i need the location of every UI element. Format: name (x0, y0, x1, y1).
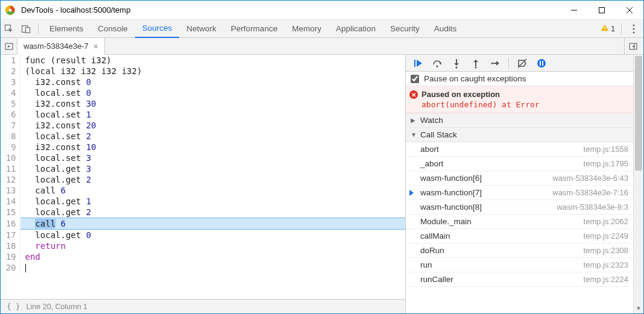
line-number[interactable]: 12 (1, 174, 20, 185)
stack-frame-fn: wasm-function[7] (420, 188, 482, 197)
stack-frame-fn: run (420, 260, 432, 269)
stack-frame-loc: temp.js:1558 (584, 145, 628, 154)
stack-frame[interactable]: wasm-function[7]wasm-53834e3e-7:16 (406, 186, 633, 200)
panel-tab-sources[interactable]: Sources (135, 20, 180, 38)
panel-tab-network[interactable]: Network (179, 20, 224, 38)
line-number[interactable]: 7 (1, 120, 20, 131)
code-line[interactable]: local.set 1 (20, 109, 405, 120)
line-number[interactable]: 17 (1, 230, 20, 241)
line-number[interactable]: 4 (1, 87, 20, 98)
pause-on-caught-checkbox[interactable] (411, 75, 419, 83)
code-line[interactable]: i32.const 30 (20, 98, 405, 109)
line-number[interactable]: 16 (1, 218, 20, 230)
code-line[interactable]: call 6 (20, 218, 405, 230)
code-line[interactable] (20, 262, 405, 273)
step-button[interactable] (487, 56, 504, 71)
close-tab-icon[interactable]: × (93, 42, 98, 51)
show-navigator-button[interactable] (1, 38, 17, 55)
debugger-pane: Pause on caught exceptions ✕ Paused on e… (406, 55, 643, 313)
svg-point-27 (491, 62, 493, 64)
warning-count-badge[interactable]: 1 (601, 24, 615, 34)
panel-tab-audits[interactable]: Audits (427, 20, 464, 38)
line-number[interactable]: 6 (1, 109, 20, 120)
stack-frame[interactable]: callMaintemp.js:2249 (406, 229, 633, 243)
step-out-button[interactable] (467, 56, 484, 71)
line-number[interactable]: 18 (1, 240, 20, 251)
svg-marker-29 (496, 61, 499, 66)
line-number[interactable]: 14 (1, 196, 20, 207)
scroll-down-icon[interactable]: ▼ (634, 303, 643, 313)
line-number[interactable]: 1 (1, 55, 20, 66)
stack-frame-fn: wasm-function[8] (420, 203, 482, 212)
code-line[interactable]: i32.const 10 (20, 142, 405, 152)
pretty-print-icon[interactable]: { } (7, 302, 21, 311)
exception-message: abort(undefined) at Error (421, 100, 628, 109)
code-line[interactable]: func (result i32) (20, 55, 405, 66)
stack-frame[interactable]: _aborttemp.js:1795 (406, 157, 633, 171)
code-line[interactable]: local.set 3 (20, 152, 405, 163)
panel-tab-performance[interactable]: Performance (224, 20, 285, 38)
code-line[interactable]: call 6 (20, 185, 405, 196)
code-line[interactable]: local.get 2 (20, 174, 405, 185)
panel-tab-application[interactable]: Application (329, 20, 383, 38)
stack-frame[interactable]: wasm-function[8]wasm-53834e3e-8:3 (406, 200, 633, 215)
panel-tab-security[interactable]: Security (383, 20, 427, 38)
stack-frame[interactable]: runtemp.js:2323 (406, 258, 633, 272)
pause-on-caught-row[interactable]: Pause on caught exceptions (406, 72, 633, 86)
source-file-tab[interactable]: wasm-53834e3e-7 × (17, 38, 105, 55)
stack-frame[interactable]: wasm-function[6]wasm-53834e3e-6:43 (406, 171, 633, 186)
code-line[interactable]: return (20, 240, 405, 251)
code-line[interactable]: local.get 3 (20, 163, 405, 174)
stack-frame[interactable]: aborttemp.js:1558 (406, 142, 633, 157)
deactivate-breakpoints-button[interactable] (514, 56, 531, 71)
toggle-preview-button[interactable] (624, 38, 641, 55)
scrollbar[interactable]: ▲ ▼ (633, 55, 643, 313)
panel-tab-elements[interactable]: Elements (42, 20, 90, 38)
code-line[interactable]: local.get 0 (20, 230, 405, 241)
svg-marker-22 (454, 63, 459, 66)
svg-rect-7 (605, 27, 605, 29)
line-number[interactable]: 10 (1, 152, 20, 163)
app-icon (1, 5, 20, 15)
line-number[interactable]: 15 (1, 207, 20, 218)
stack-frame[interactable]: runCallertemp.js:2224 (406, 272, 633, 287)
device-toolbar-button[interactable] (17, 20, 34, 37)
line-number[interactable]: 20 (1, 262, 20, 273)
line-number[interactable]: 5 (1, 98, 20, 109)
stack-frame-loc: temp.js:2308 (584, 246, 628, 255)
stack-frame[interactable]: doRuntemp.js:2308 (406, 243, 633, 258)
watch-section-header[interactable]: ▶ Watch (406, 113, 633, 128)
debugger-sections: Pause on caught exceptions ✕ Paused on e… (406, 72, 633, 313)
step-into-button[interactable] (448, 56, 465, 71)
code-line[interactable]: i32.const 20 (20, 120, 405, 131)
svg-rect-1 (599, 7, 605, 13)
line-number[interactable]: 9 (1, 142, 20, 152)
code-editor[interactable]: 1func (result i32)2(local i32 i32 i32 i3… (1, 55, 405, 299)
code-line[interactable]: i32.const 0 (20, 77, 405, 87)
line-number[interactable]: 3 (1, 77, 20, 87)
pause-on-exceptions-button[interactable] (533, 56, 550, 71)
line-number[interactable]: 8 (1, 131, 20, 142)
line-number[interactable]: 13 (1, 185, 20, 196)
line-number[interactable]: 11 (1, 163, 20, 174)
close-button[interactable] (616, 1, 643, 20)
panel-tab-console[interactable]: Console (90, 20, 135, 38)
minimize-button[interactable] (560, 1, 588, 20)
scroll-thumb[interactable] (635, 56, 642, 171)
callstack-section-header[interactable]: ▼ Call Stack (406, 128, 633, 142)
line-number[interactable]: 19 (1, 251, 20, 262)
code-line[interactable]: (local i32 i32 i32 i32) (20, 66, 405, 77)
resume-button[interactable] (409, 56, 426, 71)
code-line[interactable]: local.set 2 (20, 131, 405, 142)
more-options-button[interactable] (628, 20, 640, 37)
code-line[interactable]: end (20, 251, 405, 262)
step-over-button[interactable] (429, 56, 446, 71)
code-line[interactable]: local.get 1 (20, 196, 405, 207)
code-line[interactable]: local.set 0 (20, 87, 405, 98)
stack-frame[interactable]: Module._maintemp.js:2062 (406, 215, 633, 229)
code-line[interactable]: local.get 2 (20, 207, 405, 218)
panel-tab-memory[interactable]: Memory (285, 20, 329, 38)
line-number[interactable]: 2 (1, 66, 20, 77)
maximize-button[interactable] (588, 1, 616, 20)
inspect-element-button[interactable] (1, 20, 17, 37)
